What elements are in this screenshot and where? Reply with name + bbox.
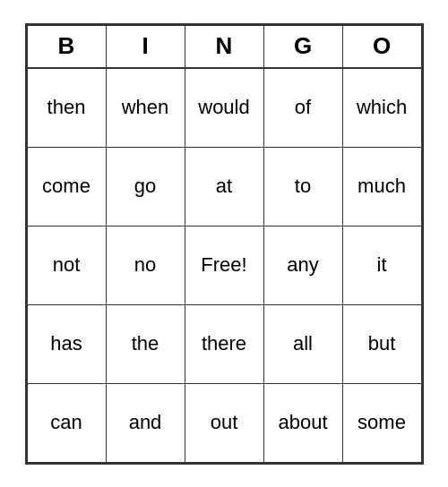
bingo-header-cell: G (263, 25, 342, 68)
bingo-card: BINGO thenwhenwouldofwhichcomegoattomuch… (25, 23, 424, 465)
bingo-cell: come (27, 147, 106, 226)
bingo-cell: about (263, 383, 342, 462)
bingo-row: hasthethereallbut (27, 304, 421, 383)
bingo-cell: has (27, 304, 106, 383)
bingo-row: thenwhenwouldofwhich (27, 68, 421, 147)
bingo-cell: out (185, 383, 263, 462)
bingo-header-cell: N (185, 25, 263, 68)
bingo-cell: but (342, 304, 421, 383)
bingo-cell: no (106, 226, 185, 304)
bingo-cell: go (106, 147, 185, 226)
bingo-header-cell: B (27, 25, 106, 68)
bingo-cell: and (106, 383, 185, 462)
bingo-cell: all (263, 304, 342, 383)
bingo-row: comegoattomuch (27, 147, 421, 226)
bingo-cell: it (342, 226, 421, 304)
bingo-cell: much (342, 147, 421, 226)
bingo-cell: can (27, 383, 106, 462)
bingo-cell: would (185, 68, 263, 147)
bingo-header-row: BINGO (27, 25, 421, 68)
bingo-row: notnoFree!anyit (27, 226, 421, 304)
bingo-cell: any (263, 226, 342, 304)
bingo-cell: Free! (185, 226, 263, 304)
bingo-cell: which (342, 68, 421, 147)
bingo-cell: then (27, 68, 106, 147)
bingo-cell: some (342, 383, 421, 462)
bingo-cell: to (263, 147, 342, 226)
bingo-header-cell: O (342, 25, 421, 68)
bingo-cell: at (185, 147, 263, 226)
bingo-cell: of (263, 68, 342, 147)
bingo-cell: not (27, 226, 106, 304)
bingo-header-cell: I (106, 25, 185, 68)
bingo-cell: when (106, 68, 185, 147)
bingo-table: BINGO thenwhenwouldofwhichcomegoattomuch… (27, 25, 422, 463)
bingo-cell: there (185, 304, 263, 383)
bingo-row: canandoutaboutsome (27, 383, 421, 462)
bingo-cell: the (106, 304, 185, 383)
